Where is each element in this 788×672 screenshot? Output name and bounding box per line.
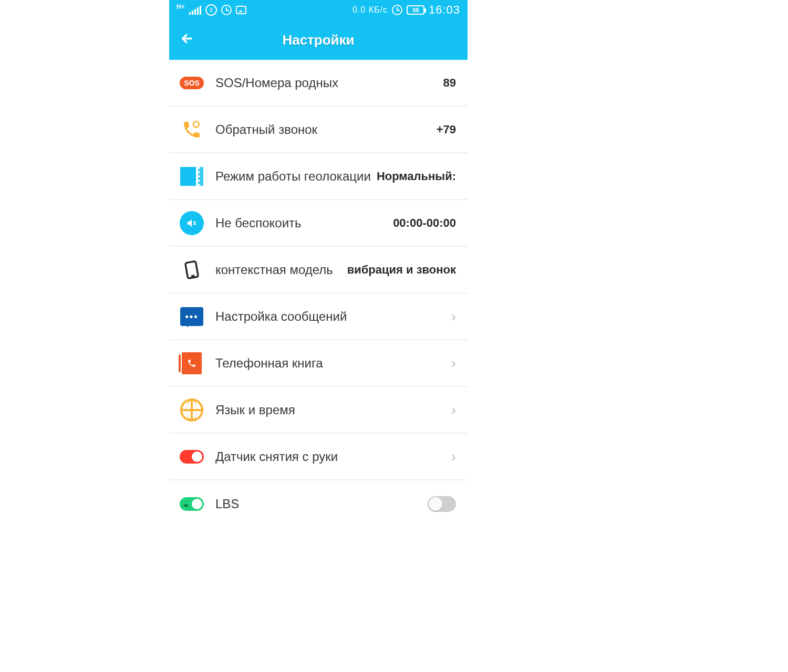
row-value: вибрация и звонок [347,263,456,277]
phonebook-icon [182,352,202,374]
signal-icon [189,5,201,15]
status-left: H+ II [177,4,246,16]
row-label: Настройка сообщений [215,309,447,324]
row-label: Обратный звонок [215,122,437,137]
chat-icon: ••• [180,307,203,326]
chevron-right-icon: › [451,448,456,465]
device-vibrate-icon [178,256,205,284]
row-geolocation-mode[interactable]: Режим работы геолокации Нормальный: [169,153,468,200]
row-label: Датчик снятия с руки [215,449,447,464]
row-label: Режим работы геолокации [215,169,377,184]
row-label: Язык и время [215,403,447,417]
row-takeoff-sensor[interactable]: Датчик снятия с руки › [169,434,468,480]
geolocation-icon [180,167,203,186]
row-value: +79 [437,123,456,136]
sos-icon: SOS [180,77,204,89]
row-phonebook[interactable]: Телефонная книга › [169,340,468,387]
row-value: 00:00-00:00 [393,216,456,230]
toggle-red-icon [180,450,204,464]
lbs-toggle[interactable] [428,496,456,512]
back-button[interactable] [180,32,194,49]
page-title: Настройки [169,32,468,48]
chevron-right-icon: › [451,355,456,372]
row-label: Телефонная книга [215,356,447,371]
data-speed: 0.0 КБ/с [352,5,388,15]
chevron-right-icon: › [451,308,456,325]
row-label: SOS/Номера родных [215,76,443,90]
globe-icon [180,398,203,422]
row-language-time[interactable]: Язык и время › [169,387,468,434]
row-callback[interactable]: Обратный звонок +79 [169,107,468,153]
row-sos[interactable]: SOS SOS/Номера родных 89 [169,60,468,107]
clock-icon [392,5,402,15]
row-label: LBS [215,497,428,511]
status-right: 0.0 КБ/с 59 16:03 [352,3,460,17]
battery-icon: 59 [407,5,424,15]
settings-list: SOS SOS/Номера родных 89 Обратный звонок… [169,60,468,527]
row-message-settings[interactable]: ••• Настройка сообщений › [169,293,468,340]
row-value: 89 [443,76,456,90]
row-lbs[interactable]: LBS [169,480,468,527]
pause-icon: II [205,4,217,16]
phone-callback-icon [180,118,204,142]
toggle-green-icon [180,497,204,511]
mute-icon [180,211,204,235]
clock-time: 16:03 [429,3,460,17]
status-bar: H+ II 0.0 КБ/с 59 16:03 [169,0,468,20]
row-context-profile[interactable]: контекстная модель вибрация и звонок [169,247,468,293]
row-do-not-disturb[interactable]: Не беспокоить 00:00-00:00 [169,200,468,247]
app-header: Настройки [169,20,468,60]
row-label: Не беспокоить [215,216,393,230]
alarm-icon [221,5,232,15]
network-type-icon: H+ [177,3,185,10]
row-label: контекстная модель [215,262,347,277]
chevron-right-icon: › [451,402,456,418]
svg-line-2 [191,275,195,276]
picture-icon [236,6,246,14]
row-value: Нормальный: [377,170,456,183]
phone-screen: H+ II 0.0 КБ/с 59 16:03 Настройки SOS SO… [169,0,468,527]
